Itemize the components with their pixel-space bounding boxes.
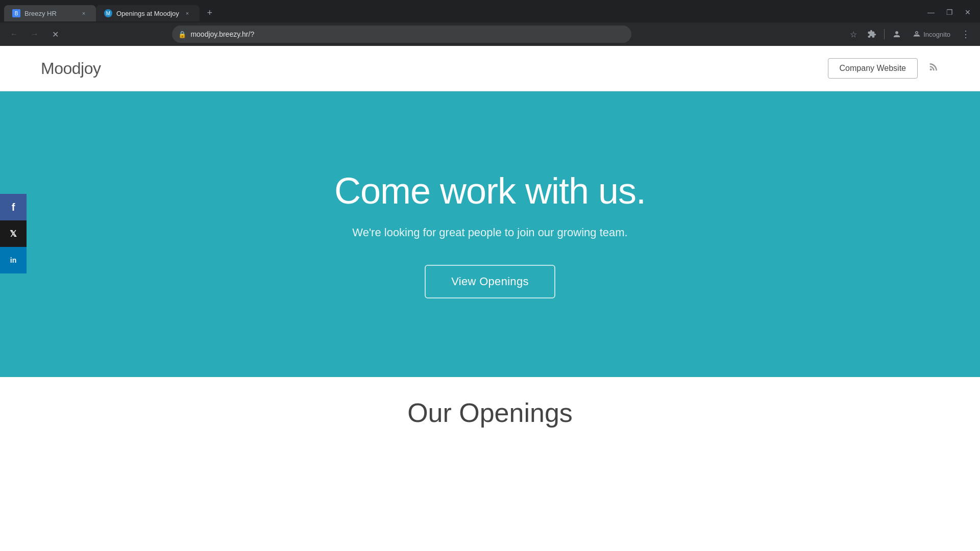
view-openings-button[interactable]: View Openings — [425, 265, 555, 298]
url-display: moodjoy.breezy.hr/? — [190, 30, 625, 38]
forward-button[interactable]: → — [27, 26, 43, 42]
facebook-share-button[interactable]: f — [0, 194, 27, 220]
openings-section: Our Openings — [0, 377, 980, 438]
address-bar[interactable]: 🔒 moodjoy.breezy.hr/? — [172, 26, 631, 43]
twitter-share-button[interactable]: 𝕏 — [0, 220, 27, 247]
bookmark-button[interactable]: ☆ — [845, 26, 862, 42]
breezy-favicon: B — [12, 9, 20, 17]
minimize-button[interactable]: — — [923, 4, 939, 20]
svg-point-0 — [930, 68, 932, 70]
header-right: Company Website — [828, 58, 939, 79]
maximize-button[interactable]: ❐ — [941, 4, 958, 20]
linkedin-share-button[interactable]: in — [0, 247, 27, 273]
back-button[interactable]: ← — [6, 26, 22, 42]
openings-section-title: Our Openings — [407, 397, 573, 428]
tab-moodjoy-title: Openings at Moodjoy — [116, 10, 179, 17]
page-content: f 𝕏 in Moodjoy Company Website Come work… — [0, 46, 980, 438]
company-website-button[interactable]: Company Website — [828, 58, 918, 79]
hero-subtitle: We're looking for great people to join o… — [352, 226, 627, 239]
site-logo[interactable]: Moodjoy — [41, 59, 101, 78]
hero-section: Come work with us. We're looking for gre… — [0, 91, 980, 377]
window-controls: — ❐ ✕ — [923, 4, 976, 20]
tab-moodjoy[interactable]: M Openings at Moodjoy × — [96, 5, 200, 21]
close-button[interactable]: ✕ — [960, 4, 976, 20]
new-tab-button[interactable]: + — [202, 5, 218, 21]
security-icon: 🔒 — [178, 31, 186, 38]
tab-breezy-title: Breezy HR — [24, 10, 76, 17]
moodjoy-favicon: M — [104, 9, 112, 17]
incognito-label: Incognito — [923, 31, 950, 38]
rss-icon[interactable] — [928, 61, 939, 76]
tab-moodjoy-close[interactable]: × — [183, 9, 191, 17]
reload-button[interactable]: ✕ — [47, 26, 63, 42]
browser-chrome: B Breezy HR × M Openings at Moodjoy × + … — [0, 0, 980, 46]
address-bar-row: ← → ✕ 🔒 moodjoy.breezy.hr/? ☆ Incognito … — [0, 22, 980, 46]
tab-breezy-close[interactable]: × — [80, 9, 88, 17]
profile-button[interactable] — [889, 26, 905, 42]
toolbar-actions: ☆ Incognito ⋮ — [845, 26, 974, 42]
tab-breezy[interactable]: B Breezy HR × — [4, 5, 96, 21]
hero-title: Come work with us. — [334, 170, 646, 212]
extensions-button[interactable] — [864, 26, 880, 42]
site-header: Moodjoy Company Website — [0, 46, 980, 91]
social-sidebar: f 𝕏 in — [0, 194, 27, 273]
menu-button[interactable]: ⋮ — [958, 26, 974, 42]
incognito-indicator: Incognito — [907, 28, 955, 41]
